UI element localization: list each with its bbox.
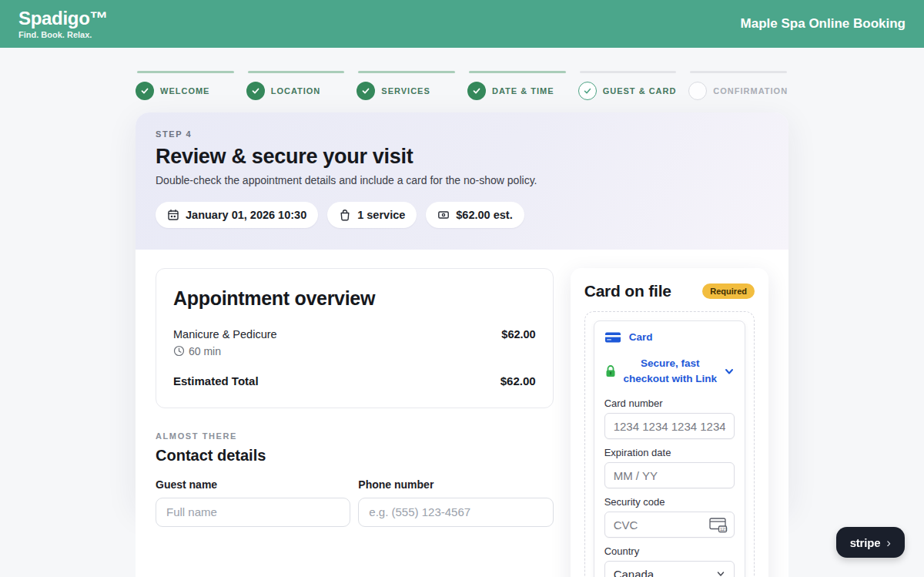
phone-input[interactable] xyxy=(358,498,553,527)
country-select[interactable]: Canada xyxy=(604,561,735,577)
summary-chips: January 01, 2026 10:30 1 service $62.00 … xyxy=(156,202,768,228)
country-field-group: Country Canada xyxy=(604,545,735,577)
step-progress-line xyxy=(248,71,345,73)
stepper-item-location[interactable]: LOCATION xyxy=(246,71,346,100)
stepper-item-date-time[interactable]: DATE & TIME xyxy=(467,71,567,100)
step-progress-line xyxy=(690,71,787,73)
right-column: Card on file Required Card xyxy=(571,268,768,577)
check-circle-icon xyxy=(578,82,597,100)
service-count-chip-label: 1 service xyxy=(357,209,405,221)
powered-by-stripe-button[interactable]: stripe › xyxy=(836,527,905,558)
booking-card: STEP 4 Review & secure your visit Double… xyxy=(136,112,788,506)
cvc-label: Security code xyxy=(604,496,735,508)
service-count-chip: 1 service xyxy=(327,202,417,228)
service-price: $62.00 xyxy=(501,328,535,340)
lock-icon xyxy=(604,364,617,378)
app-logo: Spadigo™ xyxy=(18,8,108,29)
contact-fields: Guest name Phone number xyxy=(156,478,554,527)
step-label: GUEST & CARD xyxy=(603,86,677,96)
clock-icon xyxy=(173,345,185,357)
site-title: Maple Spa Online Booking xyxy=(741,16,906,32)
stripe-wordmark: stripe xyxy=(850,536,881,549)
step-progress-line xyxy=(469,71,566,73)
service-duration: 60 min xyxy=(173,345,536,357)
step-label: CONFIRMATION xyxy=(713,86,788,96)
contact-title: Contact details xyxy=(156,447,554,465)
left-column: Appointment overview Manicure & Pedicure… xyxy=(156,268,554,577)
chevron-down-icon xyxy=(724,366,735,377)
page-subtitle: Double-check the appointment details and… xyxy=(156,174,768,186)
expiry-label: Expiration date xyxy=(604,447,735,458)
brand-block: Spadigo™ Find. Book. Relax. xyxy=(18,8,108,39)
step-hero: STEP 4 Review & secure your visit Double… xyxy=(136,112,788,250)
country-select-value: Canada xyxy=(614,568,654,577)
total-value: $62.00 xyxy=(500,374,536,387)
content-area: Appointment overview Manicure & Pedicure… xyxy=(136,250,788,577)
step-progress-line xyxy=(137,71,234,73)
card-number-field-group: Card number xyxy=(604,398,735,439)
calendar-icon xyxy=(167,209,179,221)
cash-icon xyxy=(437,209,450,221)
expiry-input[interactable] xyxy=(604,462,735,488)
guest-name-label: Guest name xyxy=(156,478,350,491)
cvc-card-icon: 123 xyxy=(708,515,728,534)
progress-stepper: WELCOME LOCATION SERVICES DATE & TIME xyxy=(136,71,788,100)
total-label: Estimated Total xyxy=(173,374,259,387)
stepper-item-welcome[interactable]: WELCOME xyxy=(136,71,236,100)
check-circle-icon xyxy=(467,82,486,100)
app-header: Spadigo™ Find. Book. Relax. Maple Spa On… xyxy=(0,0,924,48)
estimated-total-row: Estimated Total $62.00 xyxy=(173,374,536,387)
step-progress-line xyxy=(358,71,455,73)
step-label: DATE & TIME xyxy=(492,86,554,96)
service-name: Manicure & Pedicure xyxy=(173,328,277,340)
estimate-chip: $62.00 est. xyxy=(426,202,524,228)
chevron-down-icon xyxy=(716,569,725,577)
step-label: WELCOME xyxy=(160,86,209,96)
empty-circle-icon xyxy=(688,82,707,100)
payment-element-container: Card Secure, fast checkout with Link xyxy=(584,311,755,577)
check-circle-icon xyxy=(136,82,154,100)
contact-kicker: ALMOST THERE xyxy=(156,431,554,441)
service-duration-label: 60 min xyxy=(189,345,221,357)
required-badge: Required xyxy=(702,283,755,299)
appointment-overview-card: Appointment overview Manicure & Pedicure… xyxy=(156,268,554,408)
step-label: LOCATION xyxy=(271,86,321,96)
guest-name-field-group: Guest name xyxy=(156,478,350,527)
country-label: Country xyxy=(604,545,735,557)
stepper-item-guest-card[interactable]: GUEST & CARD xyxy=(578,71,678,100)
bag-icon xyxy=(339,209,351,221)
phone-label: Phone number xyxy=(358,478,553,491)
stepper-item-services[interactable]: SERVICES xyxy=(357,71,457,100)
link-checkout-label: Secure, fast checkout with Link xyxy=(623,356,718,387)
check-circle-icon xyxy=(357,82,375,100)
card-tab-label: Card xyxy=(629,331,653,343)
cvc-field-group: Security code 123 xyxy=(604,496,735,538)
card-number-label: Card number xyxy=(604,398,735,409)
guest-name-input[interactable] xyxy=(156,498,350,527)
stripe-payment-element: Card Secure, fast checkout with Link xyxy=(594,320,745,577)
card-payment-tab[interactable]: Card xyxy=(604,331,735,344)
step-progress-line xyxy=(580,71,677,73)
stepper-item-confirmation[interactable]: CONFIRMATION xyxy=(688,71,788,100)
step-number-label: STEP 4 xyxy=(156,129,768,139)
datetime-chip: January 01, 2026 10:30 xyxy=(156,202,318,228)
service-line-item: Manicure & Pedicure $62.00 xyxy=(173,328,536,340)
card-panel-title: Card on file xyxy=(584,282,671,300)
card-number-input[interactable] xyxy=(604,413,735,439)
app-tagline: Find. Book. Relax. xyxy=(18,30,108,39)
card-panel-header: Card on file Required xyxy=(584,282,755,300)
card-on-file-panel: Card on file Required Card xyxy=(571,268,768,577)
estimate-chip-label: $62.00 est. xyxy=(456,209,512,221)
credit-card-icon xyxy=(604,331,621,344)
phone-field-group: Phone number xyxy=(358,478,553,527)
check-circle-icon xyxy=(246,82,265,100)
datetime-chip-label: January 01, 2026 10:30 xyxy=(186,209,306,221)
overview-title: Appointment overview xyxy=(173,287,536,310)
link-checkout-toggle[interactable]: Secure, fast checkout with Link xyxy=(604,356,735,387)
chevron-right-icon: › xyxy=(886,536,891,549)
page-title: Review & secure your visit xyxy=(156,145,768,169)
expiry-field-group: Expiration date xyxy=(604,447,735,488)
svg-text:123: 123 xyxy=(720,527,727,532)
step-label: SERVICES xyxy=(381,86,430,96)
